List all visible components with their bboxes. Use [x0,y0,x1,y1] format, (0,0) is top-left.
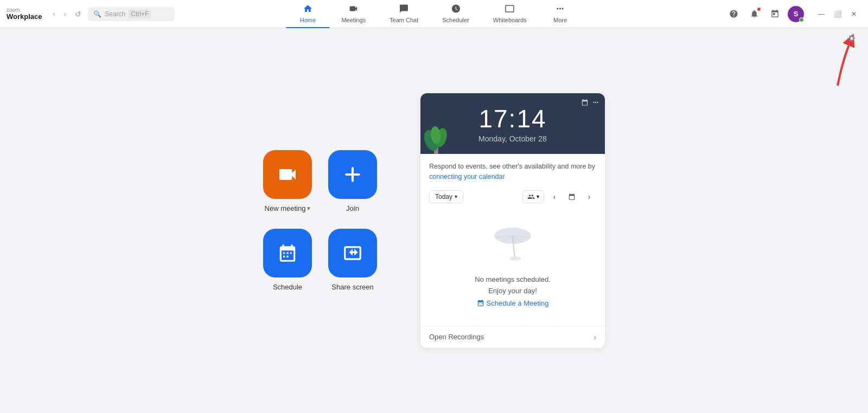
new-meeting-chevron: ▾ [307,205,310,212]
search-placeholder: Search [105,10,125,18]
window-controls: — ⬜ ✕ [814,7,861,22]
top-navigation: zoom Workplace ‹ › ↺ 🔍 Search Ctrl+F Hom… [0,0,868,28]
open-recordings-label: Open Recordings [429,333,484,341]
tab-more-label: More [553,17,567,23]
notifications-wrap [746,7,762,22]
nav-history-button[interactable]: ↺ [73,8,84,21]
tab-whiteboards[interactable]: Whiteboards [481,0,539,28]
maximize-button[interactable]: ⬜ [830,7,845,22]
more-icon [556,4,565,16]
new-meeting-action[interactable]: New meeting ▾ [263,150,312,212]
join-label: Join [346,204,359,212]
meetings-icon [349,4,359,16]
search-shortcut: Ctrl+F [129,10,151,18]
clock-widget: 17:14 Monday, October 28 [420,93,605,154]
tab-more[interactable]: More [539,0,582,28]
people-filter-button[interactable]: ▾ [522,190,544,203]
nav-left: zoom Workplace ‹ › ↺ 🔍 Search Ctrl+F [7,7,175,21]
zoom-logo: zoom Workplace [7,7,42,21]
scheduler-icon [451,4,461,16]
schedule-action[interactable]: Schedule [263,229,312,291]
new-meeting-button[interactable] [263,150,312,199]
calendar-button[interactable] [767,7,782,22]
clock-more-button[interactable] [592,99,599,108]
today-button[interactable]: Today ▾ [429,190,463,203]
tab-meetings-label: Meetings [341,17,366,23]
notification-dot [757,7,761,11]
schedule-meeting-link[interactable]: Schedule a Meeting [477,299,549,307]
actions-grid: New meeting ▾ Join Schedule [263,150,377,291]
tab-meetings[interactable]: Meetings [329,0,378,28]
share-screen-label: Share screen [331,283,373,291]
search-icon: 🔍 [93,10,101,18]
share-screen-action[interactable]: Share screen [328,229,377,291]
cal-next-button[interactable]: › [582,190,596,204]
tab-whiteboards-label: Whiteboards [493,17,527,23]
tab-scheduler[interactable]: Scheduler [430,0,481,28]
svg-point-13 [851,37,853,40]
beach-illustration [488,222,537,268]
user-avatar-button[interactable]: S [788,6,804,22]
schedule-button[interactable] [263,229,312,278]
schedule-label: Schedule [273,283,302,291]
tab-team-chat[interactable]: Team Chat [378,0,430,28]
user-status-indicator [799,17,804,22]
open-recordings-button[interactable]: Open Recordings › [420,326,605,348]
close-button[interactable]: ✕ [846,7,861,22]
schedule-meeting-label: Schedule a Meeting [487,299,549,307]
tab-scheduler-label: Scheduler [442,17,469,23]
team-chat-icon [399,4,409,16]
main-content: New meeting ▾ Join Schedule [0,28,868,413]
tab-team-chat-label: Team Chat [390,17,418,23]
nav-right: S — ⬜ ✕ [726,6,861,22]
today-chevron-icon: ▾ [455,193,457,199]
nav-back-button[interactable]: ‹ [51,8,58,20]
minimize-button[interactable]: — [814,7,829,22]
nav-tabs: Home Meetings Team Chat Scheduler Whiteb… [286,0,582,28]
clock-calendar-button[interactable] [581,99,589,108]
plant-decoration [420,111,453,154]
calendar-controls: Today ▾ ▾ ‹ › [429,190,596,204]
clock-widget-icons [581,99,599,108]
clock-time: 17:14 [478,104,546,133]
calendar-tip: Respond to events, see other's availabil… [429,162,596,182]
nav-forward-button[interactable]: › [62,8,68,20]
search-box[interactable]: 🔍 Search Ctrl+F [88,7,175,21]
join-button[interactable] [328,150,377,199]
home-icon [303,4,312,16]
join-action[interactable]: Join [328,150,377,212]
settings-arrow-decoration [794,31,859,99]
people-chevron-icon: ▾ [537,193,539,199]
whiteboards-icon [505,4,515,16]
share-screen-button[interactable] [328,229,377,278]
new-meeting-label: New meeting ▾ [265,204,311,212]
calendar-section: Respond to events, see other's availabil… [420,154,605,325]
cal-calendar-view-button[interactable] [565,190,579,204]
cal-prev-button[interactable]: ‹ [547,190,561,204]
right-panel: 17:14 Monday, October 28 Respond to even… [420,93,605,347]
connect-calendar-link[interactable]: connecting your calendar [429,173,505,180]
no-meetings-text: No meetings scheduled. Enjoy your day! [475,274,550,297]
open-recordings-arrow-icon: › [593,333,596,341]
tab-home[interactable]: Home [286,0,329,28]
tab-home-label: Home [300,17,316,23]
clock-date: Monday, October 28 [478,134,547,143]
no-meetings-section: No meetings scheduled. Enjoy your day! S… [429,211,596,318]
svg-point-6 [510,256,521,261]
help-button[interactable] [726,7,741,22]
